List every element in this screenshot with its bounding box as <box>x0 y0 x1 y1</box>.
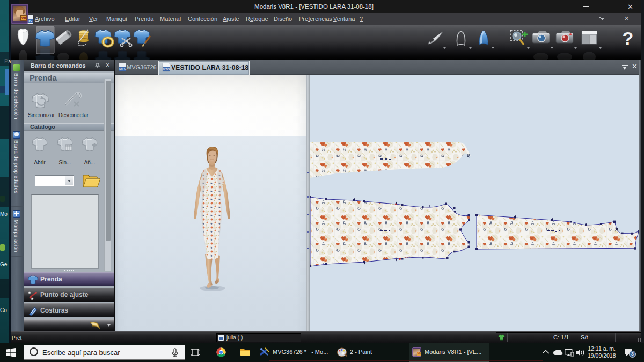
svg-text:?: ? <box>623 28 634 48</box>
